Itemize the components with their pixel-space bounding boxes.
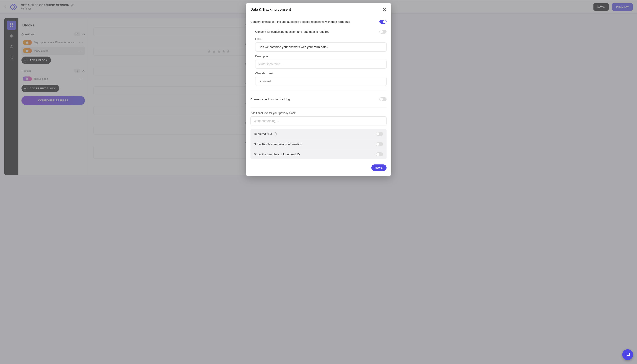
required-field-toggle[interactable] bbox=[376, 132, 383, 136]
tracking-toggle[interactable] bbox=[380, 97, 386, 101]
modal-save-button[interactable]: SAVE bbox=[371, 164, 386, 171]
consent-checkbox-toggle[interactable] bbox=[380, 20, 386, 24]
description-input[interactable] bbox=[255, 60, 386, 69]
label-field-label: Label bbox=[255, 38, 386, 41]
lead-id-label: Show the user their unique Lead ID bbox=[254, 153, 300, 156]
tracking-label: Consent checkbox for tracking bbox=[250, 98, 290, 101]
privacy-block-input[interactable] bbox=[250, 116, 386, 126]
consent-checkbox-label: Consent checkbox - include audience's Ri… bbox=[250, 20, 350, 24]
required-field-label: Required field bbox=[254, 132, 272, 136]
combine-required-toggle[interactable] bbox=[380, 30, 386, 34]
riddle-privacy-toggle[interactable] bbox=[376, 142, 383, 146]
riddle-privacy-label: Show Riddle.com privacy information bbox=[254, 142, 302, 146]
combine-required-label: Consent for combining question and lead … bbox=[255, 30, 329, 33]
lead-id-toggle[interactable] bbox=[376, 152, 383, 156]
checkbox-text-input[interactable] bbox=[255, 77, 386, 86]
modal-title: Data & Tracking consent bbox=[250, 8, 291, 12]
consent-modal: Data & Tracking consent Consent checkbox… bbox=[246, 3, 391, 176]
label-input[interactable] bbox=[255, 42, 386, 52]
close-icon[interactable] bbox=[383, 8, 386, 12]
modal-overlay: Data & Tracking consent Consent checkbox… bbox=[0, 0, 637, 180]
checkbox-text-label: Checkbox text bbox=[255, 72, 386, 75]
privacy-block-label: Additional text for your privacy block bbox=[250, 111, 386, 114]
description-field-label: Description bbox=[255, 54, 386, 58]
info-icon[interactable]: i bbox=[274, 132, 277, 136]
